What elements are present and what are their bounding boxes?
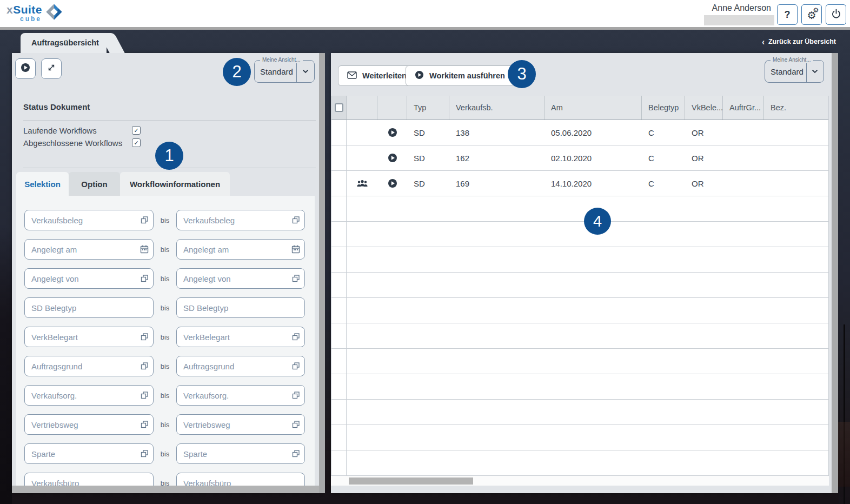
table-row[interactable]: SD16202.10.2020COR [331,145,828,171]
row-select-cell[interactable] [331,145,347,170]
value-help-icon[interactable] [291,391,301,400]
table-cell [347,323,377,348]
help-button[interactable]: ? [777,4,798,25]
table-cell: 05.06.2020 [544,120,642,145]
settings-button[interactable]: ⚙⚙ [801,4,822,25]
empty-table-row [331,298,828,323]
execute-workitem-icon[interactable] [377,120,407,145]
field-placeholder: Angelegt am [177,245,229,254]
filter-field[interactable]: Angelegt am [176,239,305,260]
value-help-icon[interactable] [140,420,149,429]
filter-field[interactable]: Auftragsgrund [24,356,154,376]
table-cell [347,273,377,297]
value-help-icon[interactable] [140,362,149,371]
workitem-ausfuehren-button[interactable]: Workitem ausführen [406,65,514,86]
value-help-icon[interactable] [291,420,301,429]
expand-button[interactable] [41,58,62,79]
value-help-icon[interactable] [291,449,301,459]
filter-field[interactable]: Vertriebsweg [176,414,305,435]
filter-field[interactable]: Verkaufsorg. [24,385,154,406]
filter-field[interactable]: VerkBelegart [176,327,305,347]
table-cell [407,298,449,323]
table-cell [764,349,828,374]
filter-row: VerkBelegartbisVerkBelegart [24,327,311,347]
checkbox[interactable]: ✓ [132,126,141,135]
back-to-overview-link[interactable]: ‹ Zurück zur Übersicht [762,37,836,46]
window-tab-auftragsuebersicht[interactable]: Auftragsübersicht [21,33,107,53]
my-view-selector[interactable]: Meine Ansicht... Standard [254,60,315,83]
desktop-background: xSuite cube Anne Anderson ? ⚙⚙ [0,0,850,504]
table-cell [449,425,544,450]
filter-row: AuftragsgrundbisAuftragsgrund [24,356,311,376]
scrollbar-thumb[interactable] [349,478,473,485]
my-view-value[interactable]: Standard [765,61,806,82]
my-view-selector-right[interactable]: Meine Ansicht... Standard [765,60,824,83]
filter-field[interactable]: SD Belegtyp [24,297,154,318]
workitem-ausfuehren-label: Workitem ausführen [429,71,505,80]
filter-field[interactable]: Vertriebsweg [24,414,154,435]
tab-workflowinformationen[interactable]: Workflowinformationen [120,172,230,196]
table-cell [377,323,407,348]
column-header[interactable]: Am [544,96,642,120]
filter-field[interactable]: Sparte [24,443,154,464]
table-cell [642,298,685,323]
column-header[interactable]: Typ [407,96,449,120]
filter-field[interactable]: SD Belegtyp [176,297,305,318]
column-header[interactable]: Belegtyp [642,96,685,120]
table-horizontal-scrollbar[interactable] [331,476,829,486]
tab-option[interactable]: Option [69,172,120,196]
value-help-icon[interactable] [140,449,149,459]
value-help-icon[interactable] [291,362,301,371]
filter-field[interactable]: Angelegt am [24,239,154,260]
value-help-icon[interactable] [140,333,149,342]
table-cell [685,222,723,247]
chevron-down-icon[interactable] [297,61,314,82]
value-help-icon[interactable] [291,216,301,225]
table-cell [764,374,828,399]
table-row[interactable]: SD13805.06.2020COR [331,120,828,145]
value-help-icon[interactable] [291,333,301,342]
value-help-icon[interactable] [291,274,301,283]
row-select-cell[interactable] [331,171,347,196]
filter-field[interactable]: Verkaufsorg. [176,385,305,406]
field-placeholder: Angelegt von [25,274,79,283]
column-header[interactable]: Verkaufsb. [449,96,544,120]
filter-field[interactable]: Verkaufsbeleg [24,210,154,230]
calendar-icon[interactable] [140,244,149,254]
filter-field[interactable]: VerkBelegart [24,327,154,347]
value-help-icon[interactable] [140,391,149,400]
filter-field[interactable]: Angelegt von [176,268,305,289]
table-cell [685,196,723,221]
calendar-icon[interactable] [291,244,301,254]
filter-field[interactable]: Angelegt von [24,268,154,289]
tab-selektion[interactable]: Selektion [16,172,69,196]
column-header[interactable]: Bez. [764,96,828,120]
weiterleiten-button[interactable]: Weiterleiten [338,65,416,86]
value-help-icon[interactable] [140,216,149,225]
filter-field[interactable]: Verkaufsbüro [24,473,154,486]
chevron-down-icon[interactable] [807,61,824,82]
column-header[interactable]: AuftrGr... [723,96,764,120]
play-circle-icon [415,70,424,81]
horizontal-scrollbar[interactable] [12,486,319,493]
filter-field[interactable]: Verkaufsbüro [176,473,305,486]
execute-workitem-icon[interactable] [377,171,407,196]
filter-field[interactable]: Auftragsgrund [176,356,305,376]
checkbox[interactable]: ✓ [132,138,141,147]
row-select-cell[interactable] [331,120,347,145]
table-cell [723,247,764,272]
execute-workitem-icon[interactable] [377,145,407,170]
filter-field[interactable]: Verkaufsbeleg [176,210,305,230]
table-cell [544,247,642,272]
table-cell [764,298,828,323]
filter-field[interactable]: Sparte [176,443,305,464]
start-search-button[interactable] [15,58,36,79]
select-all-checkbox[interactable] [335,103,343,112]
value-help-icon[interactable] [140,274,149,283]
column-header[interactable]: VkBele... [685,96,723,120]
my-view-value[interactable]: Standard [255,61,296,82]
users-icon [347,171,377,196]
status-dokument-title: Status Dokument [23,102,90,111]
table-row[interactable]: SD16914.10.2020COR [331,171,828,196]
logout-button[interactable] [826,4,846,25]
